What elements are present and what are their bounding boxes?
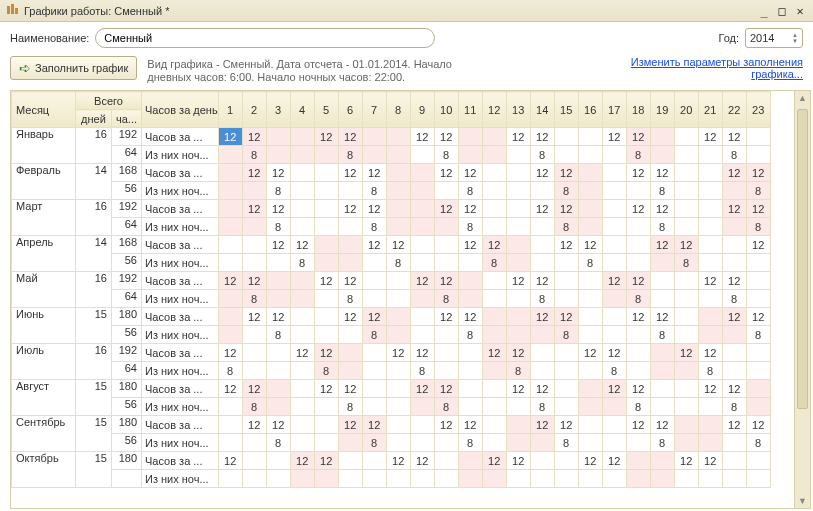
night-cell[interactable]: 8 <box>434 146 458 164</box>
header-day-19[interactable]: 19 <box>650 92 674 128</box>
hours-cell[interactable]: 12 <box>530 200 554 218</box>
row-type-hours[interactable]: Часов за ... <box>142 452 219 470</box>
hours-cell[interactable]: 12 <box>746 416 770 434</box>
hours-cell[interactable]: 12 <box>434 416 458 434</box>
days-cell[interactable]: 16 <box>76 272 112 308</box>
hours-cell[interactable]: 12 <box>722 200 746 218</box>
hours-cell[interactable] <box>434 236 458 254</box>
night-cell[interactable] <box>338 218 362 236</box>
hours-cell[interactable] <box>746 452 770 470</box>
hours-cell[interactable] <box>674 164 698 182</box>
hours-cell[interactable]: 12 <box>650 164 674 182</box>
night-cell[interactable] <box>530 218 554 236</box>
hours-cell[interactable]: 12 <box>434 380 458 398</box>
night-cell[interactable]: 8 <box>242 398 266 416</box>
night-cell[interactable] <box>722 182 746 200</box>
night-cell[interactable] <box>290 218 314 236</box>
hours-cell[interactable] <box>602 416 626 434</box>
night-cell[interactable] <box>650 470 674 488</box>
night-cell[interactable] <box>458 362 482 380</box>
night-cell[interactable]: 8 <box>458 218 482 236</box>
row-type-hours[interactable]: Часов за ... <box>142 344 219 362</box>
hours-cell[interactable] <box>290 200 314 218</box>
night-cell[interactable] <box>314 398 338 416</box>
night-cell[interactable]: 8 <box>458 434 482 452</box>
night-cell[interactable] <box>290 326 314 344</box>
night-cell[interactable] <box>266 290 290 308</box>
hours-cell[interactable]: 12 <box>290 236 314 254</box>
header-day-22[interactable]: 22 <box>722 92 746 128</box>
month-cell[interactable]: Май <box>12 272 76 308</box>
night-cell[interactable] <box>602 434 626 452</box>
hours-cell[interactable]: 12 <box>434 200 458 218</box>
night-cell[interactable] <box>746 470 770 488</box>
hours-cell[interactable]: 12 <box>458 416 482 434</box>
header-day-2[interactable]: 2 <box>242 92 266 128</box>
table-row[interactable]: 64Из них ноч...888888 <box>12 146 771 164</box>
hours-cell[interactable]: 12 <box>266 308 290 326</box>
row-type-night[interactable]: Из них ноч... <box>142 218 219 236</box>
hours-cell[interactable]: 12 <box>434 128 458 146</box>
night-cell[interactable] <box>746 254 770 272</box>
hours-cell[interactable]: 12 <box>578 452 602 470</box>
header-day-18[interactable]: 18 <box>626 92 650 128</box>
hours-cell[interactable]: 12 <box>602 128 626 146</box>
hours-cell[interactable] <box>410 236 434 254</box>
night-cell[interactable] <box>746 398 770 416</box>
night-cell[interactable]: 8 <box>362 218 386 236</box>
night-cell[interactable] <box>266 398 290 416</box>
night-cell[interactable] <box>338 470 362 488</box>
night-cell[interactable] <box>362 146 386 164</box>
night-cell[interactable] <box>698 326 722 344</box>
night-cell[interactable] <box>362 362 386 380</box>
hours-cell[interactable] <box>626 344 650 362</box>
hours-cell[interactable]: 12 <box>626 272 650 290</box>
night-cell[interactable]: 8 <box>266 218 290 236</box>
night-cell[interactable] <box>458 290 482 308</box>
row-type-night[interactable]: Из них ноч... <box>142 470 219 488</box>
header-day-20[interactable]: 20 <box>674 92 698 128</box>
header-day-23[interactable]: 23 <box>746 92 770 128</box>
hours-cell[interactable] <box>266 380 290 398</box>
night-cell[interactable] <box>482 326 506 344</box>
hours-cell[interactable]: 12 <box>362 308 386 326</box>
hours-cell[interactable]: 12 <box>626 164 650 182</box>
night-cell[interactable] <box>482 470 506 488</box>
night-cell[interactable]: 8 <box>410 362 434 380</box>
hours-cell[interactable]: 12 <box>290 452 314 470</box>
header-day-3[interactable]: 3 <box>266 92 290 128</box>
header-month[interactable]: Месяц <box>12 92 76 128</box>
night-cell[interactable] <box>602 218 626 236</box>
night-cell[interactable] <box>362 254 386 272</box>
hours-cell[interactable]: 12 <box>746 308 770 326</box>
night-cell[interactable] <box>578 290 602 308</box>
hours-cell[interactable]: 12 <box>266 164 290 182</box>
night-cell[interactable] <box>578 362 602 380</box>
night-cell[interactable] <box>290 362 314 380</box>
night-cell[interactable] <box>578 218 602 236</box>
night-cell[interactable]: 8 <box>722 290 746 308</box>
night-cell[interactable]: 8 <box>626 290 650 308</box>
hours-cell[interactable]: 12 <box>650 416 674 434</box>
night-cell[interactable] <box>362 290 386 308</box>
night-cell[interactable] <box>410 218 434 236</box>
hours-cell[interactable] <box>746 380 770 398</box>
scroll-thumb[interactable] <box>797 109 808 409</box>
hours-cell[interactable]: 12 <box>722 128 746 146</box>
hours-cell[interactable]: 12 <box>362 200 386 218</box>
night-cell[interactable] <box>386 434 410 452</box>
hours-total-cell[interactable]: 168 <box>112 164 142 182</box>
night-cell[interactable] <box>722 254 746 272</box>
hours-cell[interactable] <box>410 416 434 434</box>
hours-cell[interactable]: 12 <box>386 344 410 362</box>
hours-cell[interactable] <box>698 236 722 254</box>
hours-cell[interactable] <box>530 452 554 470</box>
hours-cell[interactable] <box>362 380 386 398</box>
hours-cell[interactable]: 12 <box>362 416 386 434</box>
vertical-scrollbar[interactable]: ▲ ▼ <box>794 91 810 508</box>
header-day-5[interactable]: 5 <box>314 92 338 128</box>
hours-cell[interactable] <box>290 164 314 182</box>
night-cell[interactable] <box>698 434 722 452</box>
hours-cell[interactable] <box>266 128 290 146</box>
hours-cell[interactable] <box>554 452 578 470</box>
